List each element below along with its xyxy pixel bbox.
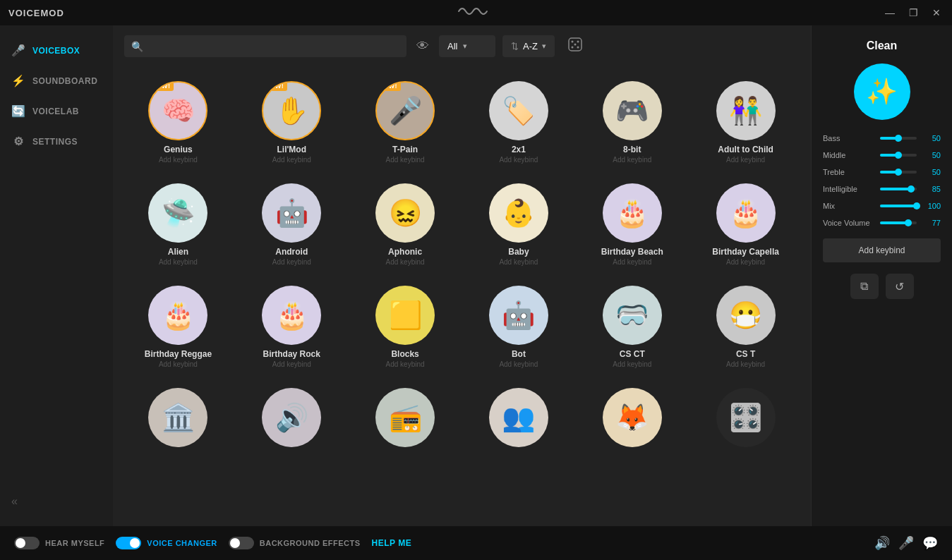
slider-track-1[interactable] [880, 154, 917, 157]
voice-card-birthday-beach[interactable]: 🎂 Birthday Beach Add keybind [578, 175, 686, 272]
voice-keybind-tpain[interactable]: Add keybind [386, 156, 425, 164]
maximize-btn[interactable]: ❐ [906, 6, 921, 20]
voice-card-blocks[interactable]: 🟨 Blocks Add keybind [351, 277, 459, 374]
voice-card-2x1[interactable]: 🏷️ 2x1 Add keybind [464, 73, 572, 169]
search-input[interactable] [124, 35, 406, 57]
voice-card-extra2[interactable]: 🔊 [238, 379, 346, 465]
copy-settings-btn[interactable]: ⧉ [850, 274, 879, 299]
voice-emoji-lilmod: ✋ [275, 95, 308, 126]
voice-card-aphonic[interactable]: 😖 Aphonic Add keybind [351, 175, 459, 272]
svg-point-3 [577, 41, 579, 43]
voice-keybind-aphonic[interactable]: Add keybind [386, 258, 425, 266]
voice-avatar-adult-to-child: 👫 [716, 81, 776, 140]
slider-row-mix: Mix 100 [823, 202, 941, 210]
titlebar-center-logo [455, 4, 490, 21]
voice-card-extra3[interactable]: 📻 [351, 379, 459, 465]
filter-chevron-icon: ▾ [463, 42, 467, 51]
sort-dropdown[interactable]: ⇅ A-Z ▾ [502, 35, 555, 57]
voice-avatar-android: 🤖 [262, 183, 321, 243]
slider-track-0[interactable] [880, 137, 917, 140]
help-btn[interactable]: HELP ME [372, 538, 412, 548]
voice-keybind-alien[interactable]: Add keybind [159, 258, 198, 266]
voice-keybind-baby[interactable]: Add keybind [499, 258, 538, 266]
sidebar: 🎤 VOICEBOX ⚡ SOUNDBOARD 🔄 VOICELAB ⚙ SET… [0, 25, 113, 526]
voice-emoji-extra5: 🦊 [615, 402, 649, 433]
voice-name-tpain: T-Pain [392, 145, 418, 154]
voice-name-aphonic: Aphonic [388, 247, 422, 257]
voice-keybind-birthday-capella[interactable]: Add keybind [726, 258, 765, 266]
close-btn[interactable]: ✕ [929, 6, 944, 20]
voice-card-birthday-rock[interactable]: 🎂 Birthday Rock Add keybind [238, 277, 346, 374]
voice-card-8bit[interactable]: 🎮 8-bit Add keybind [578, 73, 686, 169]
voice-card-lilmod[interactable]: NEW! ✋ Lil'Mod Add keybind [238, 73, 346, 169]
slider-thumb-5 [905, 219, 912, 226]
visibility-toggle-btn[interactable]: 👁 [414, 36, 432, 56]
voice-keybind-cs-t[interactable]: Add keybind [726, 360, 765, 368]
voice-card-cs-ct[interactable]: 🥽 CS CT Add keybind [578, 277, 686, 374]
voice-keybind-birthday-rock[interactable]: Add keybind [272, 360, 311, 368]
voice-emoji-extra1: 🏛️ [162, 402, 195, 433]
voice-card-alien[interactable]: 🛸 Alien Add keybind [124, 175, 232, 272]
voice-changer-toggle-wrap: VOICE CHANGER [116, 537, 217, 549]
voice-card-birthday-reggae[interactable]: 🎂 Birthday Reggae Add keybind [124, 277, 232, 374]
sidebar-item-voicelab[interactable]: 🔄 VOICELAB [0, 97, 113, 125]
voice-keybind-adult-to-child[interactable]: Add keybind [726, 156, 765, 164]
voice-emoji-genius: 🧠 [162, 95, 195, 126]
minimize-btn[interactable]: — [882, 6, 898, 20]
bg-effects-toggle[interactable] [229, 537, 254, 549]
voice-keybind-cs-ct[interactable]: Add keybind [613, 360, 651, 368]
voice-card-extra5[interactable]: 🦊 [578, 379, 686, 465]
voice-keybind-android[interactable]: Add keybind [272, 258, 311, 266]
voice-card-birthday-capella[interactable]: 🎂 Birthday Capella Add keybind [692, 175, 800, 272]
voice-keybind-8bit[interactable]: Add keybind [613, 156, 651, 164]
voice-emoji-blocks: 🟨 [389, 300, 422, 331]
sidebar-item-settings[interactable]: ⚙ SETTINGS [0, 128, 113, 155]
voice-changer-toggle[interactable] [116, 537, 141, 549]
filter-dropdown[interactable]: All ▾ [439, 35, 495, 57]
voice-keybind-2x1[interactable]: Add keybind [499, 156, 538, 164]
volume-icon-btn[interactable]: 🔊 [874, 535, 890, 551]
voice-keybind-birthday-reggae[interactable]: Add keybind [159, 360, 198, 368]
voice-card-bot[interactable]: 🤖 Bot Add keybind [464, 277, 572, 374]
search-bar: 🔍 👁 All ▾ ⇅ A-Z ▾ [113, 25, 811, 67]
voice-keybind-lilmod[interactable]: Add keybind [272, 156, 311, 164]
slider-row-intelligible: Intelligible 85 [823, 185, 941, 193]
slider-track-4[interactable] [880, 205, 917, 207]
voice-name-birthday-capella: Birthday Capella [712, 247, 779, 257]
chat-icon-btn[interactable]: 💬 [922, 535, 938, 551]
voice-card-baby[interactable]: 👶 Baby Add keybind [464, 175, 572, 272]
voice-card-cs-t[interactable]: 😷 CS T Add keybind [692, 277, 800, 374]
hear-myself-toggle[interactable] [14, 537, 40, 549]
voice-card-extra1[interactable]: 🏛️ [124, 379, 232, 465]
search-input-wrap: 🔍 [124, 35, 406, 57]
random-btn[interactable] [562, 34, 589, 59]
voice-name-bot: Bot [512, 349, 526, 359]
slider-track-3[interactable] [880, 188, 917, 190]
voice-keybind-bot[interactable]: Add keybind [499, 360, 538, 368]
new-badge-genius: NEW! [148, 81, 174, 91]
voice-card-adult-to-child[interactable]: 👫 Adult to Child Add keybind [692, 73, 800, 169]
voice-keybind-birthday-beach[interactable]: Add keybind [613, 258, 651, 266]
panel-voice-title: Clean [867, 39, 898, 52]
slider-track-2[interactable] [880, 171, 917, 174]
voice-card-tpain[interactable]: NEW! 🎤 T-Pain Add keybind [351, 73, 459, 169]
voice-keybind-blocks[interactable]: Add keybind [386, 360, 425, 368]
reset-settings-btn[interactable]: ↺ [886, 274, 914, 299]
voice-card-genius[interactable]: NEW! 🧠 Genius Add keybind [124, 73, 232, 169]
add-keybind-button[interactable]: Add keybind [823, 238, 941, 262]
voice-card-extra4[interactable]: 👥 [464, 379, 572, 465]
sidebar-item-soundboard[interactable]: ⚡ SOUNDBOARD [0, 67, 113, 95]
new-badge-tpain: NEW! [375, 81, 401, 91]
sidebar-collapse-btn[interactable]: « [0, 488, 113, 515]
voice-avatar-blocks: 🟨 [375, 286, 435, 345]
sidebar-item-voicebox[interactable]: 🎤 VOICEBOX [0, 37, 113, 64]
slider-track-5[interactable] [880, 221, 917, 224]
voice-emoji-2x1: 🏷️ [502, 95, 535, 126]
voice-card-android[interactable]: 🤖 Android Add keybind [238, 175, 346, 272]
voice-card-extra6[interactable]: 🎛️ [692, 379, 800, 465]
gear-icon: ⚙ [11, 135, 25, 148]
voice-keybind-genius[interactable]: Add keybind [159, 156, 198, 164]
mic-icon-btn[interactable]: 🎤 [898, 535, 914, 551]
bg-effects-toggle-wrap: BACKGROUND EFFECTS [229, 537, 361, 549]
window-controls[interactable]: — ❐ ✕ [882, 6, 944, 20]
